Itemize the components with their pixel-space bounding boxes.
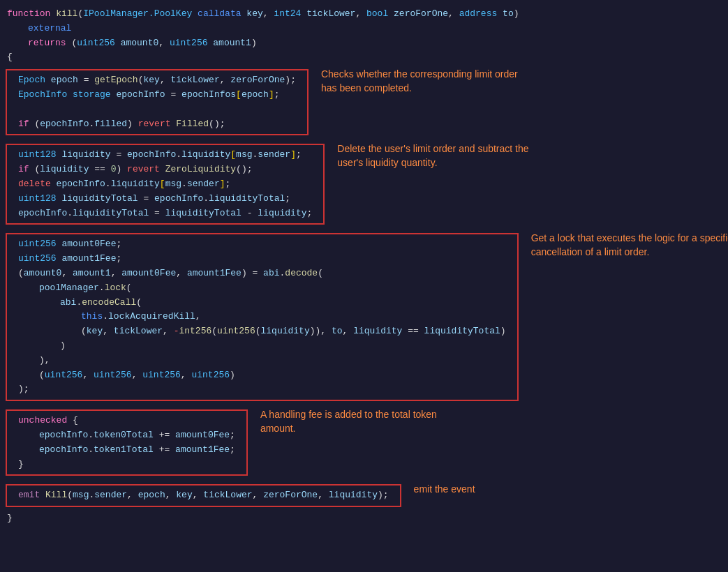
s2-line2: if (liquidity == 0) revert ZeroLiquidity… bbox=[11, 163, 319, 177]
section1-annotation: Checks whether the corresponding limit o… bbox=[314, 65, 537, 98]
s4-line1: unchecked { bbox=[11, 414, 242, 428]
s3-line5: abi.encodeCall( bbox=[11, 296, 513, 310]
s2-line5: epochInfo.liquidityTotal = liquidityTota… bbox=[11, 206, 319, 221]
s3-line8: ) bbox=[11, 339, 513, 354]
section2-group: uint128 liquidity = epochInfo.liquidity[… bbox=[0, 140, 728, 229]
open-brace-line: { bbox=[0, 50, 728, 65]
s3-line2: uint256 amount1Fee; bbox=[11, 252, 513, 266]
s3-line7: (key, tickLower, -int256(uint256(liquidi… bbox=[11, 324, 513, 339]
section2-code-block: uint128 liquidity = epochInfo.liquidity[… bbox=[6, 144, 325, 225]
external-line: external bbox=[0, 22, 728, 36]
s3-line10: (uint256, uint256, uint256, uint256) bbox=[11, 368, 513, 383]
s3-line6: this.lockAcquiredKill, bbox=[11, 310, 513, 324]
section1-code-block: Epoch epoch = getEpoch(key, tickLower, z… bbox=[6, 69, 309, 135]
s1-line4: if (epochInfo.filled) revert Filled(); bbox=[11, 117, 303, 132]
function-signature-line: function kill(IPoolManager.PoolKey calld… bbox=[0, 7, 728, 22]
section3-code-block: uint256 amount0Fee; uint256 amount1Fee; … bbox=[6, 233, 519, 401]
s2-line3: delete epochInfo.liquidity[msg.sender]; bbox=[11, 177, 319, 192]
s1-line2: EpochInfo storage epochInfo = epochInfos… bbox=[11, 88, 303, 103]
section3-group: uint256 amount0Fee; uint256 amount1Fee; … bbox=[0, 229, 728, 405]
returns-line: returns (uint256 amount0, uint256 amount… bbox=[0, 36, 728, 51]
s3-line4: poolManager.lock( bbox=[11, 281, 513, 296]
s1-line1: Epoch epoch = getEpoch(key, tickLower, z… bbox=[11, 73, 303, 88]
section3-annotation: Get a lock that executes the logic for a… bbox=[524, 229, 728, 262]
function-keyword: function bbox=[7, 7, 56, 22]
code-container: function kill(IPoolManager.PoolKey calld… bbox=[0, 0, 728, 533]
section5-annotation: emit the event bbox=[407, 480, 482, 499]
s2-line4: uint128 liquidityTotal = epochInfo.liqui… bbox=[11, 192, 319, 206]
section5-group: emit Kill(msg.sender, epoch, key, tickLo… bbox=[0, 480, 728, 511]
s4-line4: } bbox=[11, 458, 242, 472]
s5-line1: emit Kill(msg.sender, epoch, key, tickLo… bbox=[11, 488, 396, 503]
function-name: kill bbox=[56, 7, 77, 22]
s3-line11: ); bbox=[11, 382, 513, 397]
s3-line3: (amount0, amount1, amount0Fee, amount1Fe… bbox=[11, 266, 513, 281]
s4-line3: epochInfo.token1Total += amount1Fee; bbox=[11, 443, 242, 458]
close-brace-line: } bbox=[0, 511, 728, 526]
s4-line2: epochInfo.token0Total += amount0Fee; bbox=[11, 428, 242, 443]
s1-line3 bbox=[11, 103, 303, 117]
s3-line9: ), bbox=[11, 354, 513, 368]
section1-group: Epoch epoch = getEpoch(key, tickLower, z… bbox=[0, 65, 728, 140]
section2-annotation: Delete the user's limit order and subtra… bbox=[330, 140, 554, 172]
section4-code-block: unchecked { epochInfo.token0Total += amo… bbox=[6, 409, 248, 476]
section4-annotation: A handling fee is added to the total tok… bbox=[253, 405, 477, 438]
section4-group: unchecked { epochInfo.token0Total += amo… bbox=[0, 405, 728, 480]
s3-line1: uint256 amount0Fee; bbox=[11, 237, 513, 252]
s2-line1: uint128 liquidity = epochInfo.liquidity[… bbox=[11, 148, 319, 163]
section5-code-block: emit Kill(msg.sender, epoch, key, tickLo… bbox=[6, 484, 401, 507]
